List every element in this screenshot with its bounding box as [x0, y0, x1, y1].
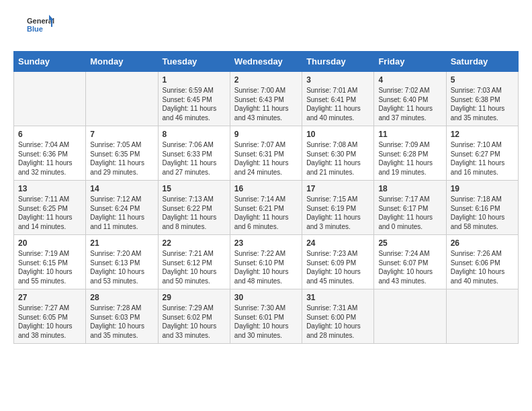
cell-content: Sunrise: 7:17 AMSunset: 6:17 PMDaylight:… — [378, 195, 441, 231]
week-row-0: 1Sunrise: 6:59 AMSunset: 6:45 PMDaylight… — [14, 72, 519, 126]
calendar-cell: 14Sunrise: 7:12 AMSunset: 6:24 PMDayligh… — [86, 181, 158, 235]
cell-content: Sunrise: 7:29 AMSunset: 6:02 PMDaylight:… — [163, 304, 226, 340]
day-number: 14 — [90, 184, 153, 193]
calendar-cell: 12Sunrise: 7:10 AMSunset: 6:27 PMDayligh… — [446, 126, 518, 181]
day-number: 22 — [163, 238, 226, 248]
calendar-cell — [14, 72, 86, 126]
cell-content: Sunrise: 7:06 AMSunset: 6:33 PMDaylight:… — [163, 140, 226, 177]
day-number: 13 — [18, 184, 81, 193]
cell-content: Sunrise: 7:27 AMSunset: 6:05 PMDaylight:… — [18, 304, 81, 340]
day-number: 12 — [451, 130, 514, 139]
day-number: 19 — [451, 184, 514, 193]
header-day-sunday: Sunday — [14, 52, 86, 72]
calendar-cell: 7Sunrise: 7:05 AMSunset: 6:35 PMDaylight… — [86, 126, 158, 181]
day-number: 6 — [18, 130, 81, 139]
cell-content: Sunrise: 7:20 AMSunset: 6:13 PMDaylight:… — [90, 249, 153, 285]
calendar-table: SundayMondayTuesdayWednesdayThursdayFrid… — [13, 51, 519, 344]
calendar-cell: 6Sunrise: 7:04 AMSunset: 6:36 PMDaylight… — [14, 126, 86, 181]
week-row-1: 6Sunrise: 7:04 AMSunset: 6:36 PMDaylight… — [14, 126, 519, 181]
cell-content: Sunrise: 7:03 AMSunset: 6:38 PMDaylight:… — [451, 86, 514, 122]
calendar-cell: 19Sunrise: 7:18 AMSunset: 6:16 PMDayligh… — [446, 181, 518, 235]
header-day-friday: Friday — [374, 52, 446, 72]
calendar-cell: 20Sunrise: 7:19 AMSunset: 6:15 PMDayligh… — [14, 235, 86, 289]
cell-content: Sunrise: 7:15 AMSunset: 6:19 PMDaylight:… — [306, 195, 369, 231]
cell-content: Sunrise: 7:05 AMSunset: 6:35 PMDaylight:… — [90, 140, 153, 177]
cell-content: Sunrise: 7:10 AMSunset: 6:27 PMDaylight:… — [451, 140, 514, 177]
page-header: General Blue — [13, 13, 519, 40]
calendar-cell: 3Sunrise: 7:01 AMSunset: 6:41 PMDaylight… — [302, 72, 374, 126]
calendar-cell: 27Sunrise: 7:27 AMSunset: 6:05 PMDayligh… — [14, 289, 86, 344]
calendar-cell: 16Sunrise: 7:14 AMSunset: 6:21 PMDayligh… — [230, 181, 302, 235]
svg-text:Blue: Blue — [27, 25, 43, 33]
cell-content: Sunrise: 7:19 AMSunset: 6:15 PMDaylight:… — [18, 249, 81, 285]
calendar-cell: 1Sunrise: 6:59 AMSunset: 6:45 PMDaylight… — [158, 72, 230, 126]
day-number: 4 — [378, 75, 441, 85]
day-number: 23 — [234, 238, 298, 248]
calendar-cell: 18Sunrise: 7:17 AMSunset: 6:17 PMDayligh… — [374, 181, 446, 235]
day-number: 17 — [306, 184, 369, 193]
cell-content: Sunrise: 7:22 AMSunset: 6:10 PMDaylight:… — [234, 249, 298, 285]
header-day-thursday: Thursday — [302, 52, 374, 72]
calendar-cell — [374, 289, 446, 344]
cell-content: Sunrise: 7:13 AMSunset: 6:22 PMDaylight:… — [163, 195, 226, 231]
cell-content: Sunrise: 7:18 AMSunset: 6:16 PMDaylight:… — [451, 195, 514, 231]
calendar-cell: 23Sunrise: 7:22 AMSunset: 6:10 PMDayligh… — [230, 235, 302, 289]
cell-content: Sunrise: 7:23 AMSunset: 6:09 PMDaylight:… — [306, 249, 369, 285]
calendar-cell: 22Sunrise: 7:21 AMSunset: 6:12 PMDayligh… — [158, 235, 230, 289]
day-number: 3 — [306, 75, 369, 85]
day-number: 9 — [234, 130, 298, 139]
header-day-wednesday: Wednesday — [230, 52, 302, 72]
cell-content: Sunrise: 7:24 AMSunset: 6:07 PMDaylight:… — [378, 249, 441, 285]
header-day-saturday: Saturday — [446, 52, 518, 72]
cell-content: Sunrise: 7:04 AMSunset: 6:36 PMDaylight:… — [18, 140, 81, 177]
cell-content: Sunrise: 7:08 AMSunset: 6:30 PMDaylight:… — [306, 140, 369, 177]
calendar-cell: 17Sunrise: 7:15 AMSunset: 6:19 PMDayligh… — [302, 181, 374, 235]
day-number: 1 — [163, 75, 226, 85]
day-number: 16 — [234, 184, 298, 193]
calendar-cell: 15Sunrise: 7:13 AMSunset: 6:22 PMDayligh… — [158, 181, 230, 235]
header-day-monday: Monday — [86, 52, 158, 72]
calendar-cell: 4Sunrise: 7:02 AMSunset: 6:40 PMDaylight… — [374, 72, 446, 126]
calendar-cell: 5Sunrise: 7:03 AMSunset: 6:38 PMDaylight… — [446, 72, 518, 126]
calendar-cell: 28Sunrise: 7:28 AMSunset: 6:03 PMDayligh… — [86, 289, 158, 344]
day-number: 8 — [163, 130, 226, 139]
day-number: 5 — [451, 75, 514, 85]
day-number: 24 — [306, 238, 369, 248]
day-number: 28 — [90, 293, 153, 302]
calendar-cell: 24Sunrise: 7:23 AMSunset: 6:09 PMDayligh… — [302, 235, 374, 289]
week-row-2: 13Sunrise: 7:11 AMSunset: 6:25 PMDayligh… — [14, 181, 519, 235]
day-number: 30 — [234, 293, 298, 302]
cell-content: Sunrise: 7:26 AMSunset: 6:06 PMDaylight:… — [451, 249, 514, 285]
day-number: 18 — [378, 184, 441, 193]
cell-content: Sunrise: 7:12 AMSunset: 6:24 PMDaylight:… — [90, 195, 153, 231]
day-number: 15 — [163, 184, 226, 193]
cell-content: Sunrise: 7:14 AMSunset: 6:21 PMDaylight:… — [234, 195, 298, 231]
cell-content: Sunrise: 7:11 AMSunset: 6:25 PMDaylight:… — [18, 195, 81, 231]
cell-content: Sunrise: 7:31 AMSunset: 6:00 PMDaylight:… — [306, 304, 369, 340]
calendar-cell: 10Sunrise: 7:08 AMSunset: 6:30 PMDayligh… — [302, 126, 374, 181]
day-number: 27 — [18, 293, 81, 302]
logo: General Blue — [13, 13, 67, 40]
calendar-cell: 21Sunrise: 7:20 AMSunset: 6:13 PMDayligh… — [86, 235, 158, 289]
day-number: 31 — [306, 293, 369, 302]
logo-icon: General Blue — [13, 13, 67, 40]
cell-content: Sunrise: 7:28 AMSunset: 6:03 PMDaylight:… — [90, 304, 153, 340]
day-number: 26 — [451, 238, 514, 248]
day-number: 20 — [18, 238, 81, 248]
week-row-4: 27Sunrise: 7:27 AMSunset: 6:05 PMDayligh… — [14, 289, 519, 344]
calendar-cell — [86, 72, 158, 126]
cell-content: Sunrise: 7:00 AMSunset: 6:43 PMDaylight:… — [234, 86, 298, 122]
day-number: 21 — [90, 238, 153, 248]
cell-content: Sunrise: 7:07 AMSunset: 6:31 PMDaylight:… — [234, 140, 298, 177]
day-number: 29 — [163, 293, 226, 302]
header-day-tuesday: Tuesday — [158, 52, 230, 72]
day-number: 10 — [306, 130, 369, 139]
calendar-cell: 8Sunrise: 7:06 AMSunset: 6:33 PMDaylight… — [158, 126, 230, 181]
header-row: SundayMondayTuesdayWednesdayThursdayFrid… — [14, 52, 519, 72]
cell-content: Sunrise: 7:21 AMSunset: 6:12 PMDaylight:… — [163, 249, 226, 285]
cell-content: Sunrise: 6:59 AMSunset: 6:45 PMDaylight:… — [163, 86, 226, 122]
day-number: 11 — [378, 130, 441, 139]
calendar-cell: 25Sunrise: 7:24 AMSunset: 6:07 PMDayligh… — [374, 235, 446, 289]
day-number: 2 — [234, 75, 298, 85]
calendar-cell: 31Sunrise: 7:31 AMSunset: 6:00 PMDayligh… — [302, 289, 374, 344]
